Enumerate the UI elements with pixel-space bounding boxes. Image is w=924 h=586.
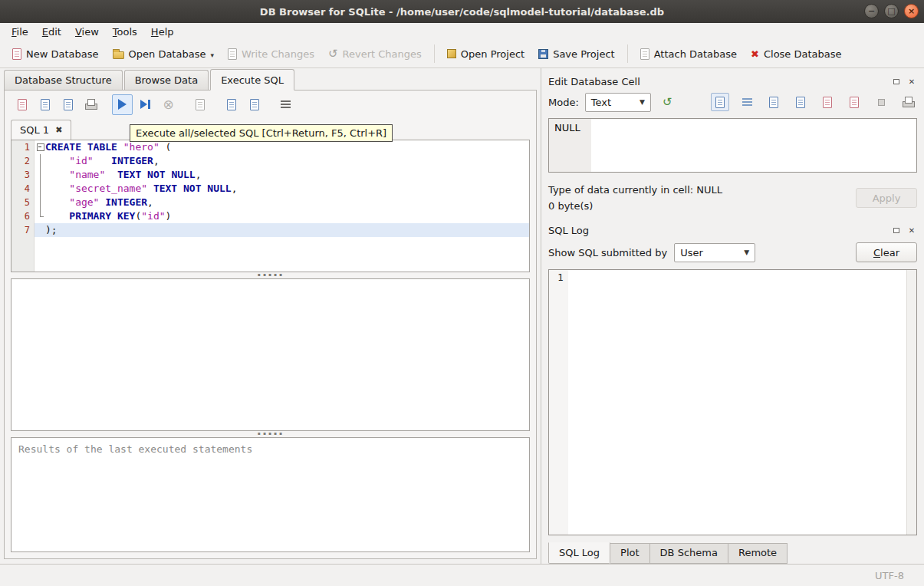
- find-button[interactable]: [221, 94, 242, 115]
- text-mode-button[interactable]: [711, 93, 729, 111]
- save-sql-file-button[interactable]: [35, 94, 55, 115]
- word-wrap-icon: [742, 97, 752, 107]
- right-pane: Edit Database Cell Mode: Text ▼: [541, 68, 924, 564]
- import-cell-button[interactable]: [818, 93, 837, 111]
- open-project-icon: [447, 49, 456, 58]
- line-number: 5: [12, 196, 35, 209]
- open-sql-file-icon: [18, 99, 27, 110]
- code-text: "name" TEXT NOT NULL,: [45, 168, 202, 182]
- cell-size-info: 0 byte(s): [548, 198, 722, 214]
- minimize-button[interactable]: −: [864, 4, 879, 18]
- close-sql-tab-icon[interactable]: ✖: [55, 126, 62, 134]
- line-number: 4: [12, 182, 35, 196]
- code-text: "age" INTEGER,: [45, 196, 153, 209]
- fold-collapse-icon[interactable]: [35, 140, 45, 154]
- code-text: CREATE TABLE "hero" (: [45, 140, 171, 154]
- revert-changes-button[interactable]: Revert Changes: [322, 43, 428, 64]
- print-sql-button[interactable]: [81, 94, 101, 115]
- fold-line-icon: [35, 196, 45, 209]
- open-project-button[interactable]: Open Project: [441, 44, 531, 64]
- execute-all-button[interactable]: [112, 94, 133, 115]
- attach-database-button[interactable]: Attach Database: [634, 44, 743, 64]
- submitted-by-select[interactable]: User ▼: [674, 243, 755, 262]
- sql-editor-tab[interactable]: SQL 1 ✖: [11, 120, 71, 140]
- menu-help[interactable]: Help: [144, 25, 181, 39]
- menu-file[interactable]: File: [5, 25, 35, 39]
- results-message-pane[interactable]: Results of the last executed statements: [11, 437, 530, 552]
- dock-tab-sql-log[interactable]: SQL Log: [548, 542, 610, 564]
- menu-view[interactable]: View: [68, 25, 106, 39]
- menu-tools[interactable]: Tools: [106, 25, 144, 39]
- dock-float-icon[interactable]: [891, 225, 902, 235]
- save-project-icon: [538, 49, 548, 59]
- open-database-dropdown-icon[interactable]: [210, 48, 214, 60]
- dock-tab-db-schema[interactable]: DB Schema: [650, 543, 728, 564]
- chevron-down-icon: ▼: [640, 98, 645, 106]
- encoding-indicator[interactable]: UTF-8: [875, 570, 904, 581]
- stop-execution-button[interactable]: [158, 94, 179, 115]
- tab-browse-data[interactable]: Browse Data: [124, 70, 209, 90]
- set-null-button[interactable]: [872, 93, 890, 111]
- maximize-button[interactable]: □: [884, 4, 899, 18]
- tab-execute-sql[interactable]: Execute SQL: [210, 69, 294, 91]
- new-database-button[interactable]: New Database: [6, 44, 105, 64]
- set-null-icon: [878, 99, 885, 106]
- word-wrap-button[interactable]: [738, 93, 756, 111]
- sql-log-area[interactable]: 1: [548, 269, 917, 535]
- code-line: 1 CREATE TABLE "hero" (: [12, 140, 529, 154]
- apply-button[interactable]: Apply: [856, 188, 917, 208]
- fold-spacer: [35, 223, 45, 237]
- menu-bar: File Edit View Tools Help: [0, 23, 924, 40]
- auto-switch-mode-button[interactable]: [657, 92, 678, 113]
- window-controls: − □ ×: [864, 4, 919, 18]
- cell-editor-area[interactable]: NULL: [548, 118, 917, 173]
- execute-line-button[interactable]: [135, 94, 156, 115]
- close-database-button[interactable]: Close Database: [745, 44, 847, 64]
- splitter-handle[interactable]: [5, 431, 536, 437]
- dock-close-icon[interactable]: [906, 76, 917, 87]
- export-icon: [850, 97, 859, 108]
- title-bar[interactable]: DB Browser for SQLite - /home/user/code/…: [0, 0, 924, 23]
- sql-code-editor[interactable]: 1 CREATE TABLE "hero" ( 2 "id" INTEGER, …: [11, 140, 530, 272]
- execute-sql-toolbar: [5, 91, 536, 118]
- cell-value-text: NULL: [549, 119, 591, 172]
- execute-sql-panel: SQL 1 ✖ 1 CREATE TABLE "hero" ( 2 "id" I…: [4, 90, 537, 559]
- open-sql-file-button[interactable]: [12, 94, 32, 115]
- export-cell-button[interactable]: [845, 93, 863, 111]
- tab-database-structure[interactable]: Database Structure: [4, 70, 123, 90]
- print-cell-button[interactable]: [899, 93, 917, 111]
- paste-cell-button[interactable]: [791, 93, 810, 111]
- find-replace-button[interactable]: [244, 94, 265, 115]
- line-number: 2: [12, 154, 35, 168]
- log-scrollbar[interactable]: [906, 270, 916, 535]
- open-database-button[interactable]: Open Database: [107, 44, 220, 64]
- results-grid[interactable]: [11, 278, 530, 431]
- clear-log-button[interactable]: Clear: [856, 242, 917, 262]
- close-button[interactable]: ×: [904, 4, 919, 18]
- format-sql-button[interactable]: [275, 94, 296, 115]
- copy-cell-button[interactable]: [765, 93, 783, 111]
- save-results-button[interactable]: [189, 94, 210, 115]
- write-changes-button[interactable]: Write Changes: [222, 44, 321, 64]
- save-project-button[interactable]: Save Project: [532, 44, 621, 64]
- mode-select[interactable]: Text ▼: [585, 93, 651, 112]
- chevron-down-icon: ▼: [744, 249, 749, 256]
- splitter-handle[interactable]: [5, 272, 536, 278]
- dock-float-icon[interactable]: [891, 76, 902, 87]
- find-icon: [227, 99, 236, 110]
- dock-tab-plot[interactable]: Plot: [610, 543, 650, 564]
- dock-close-icon[interactable]: [906, 225, 917, 235]
- status-bar: UTF-8: [0, 564, 924, 586]
- line-number: 7: [12, 223, 35, 237]
- code-text: "id" INTEGER,: [45, 154, 159, 168]
- dock-tab-remote[interactable]: Remote: [728, 543, 788, 564]
- menu-edit[interactable]: Edit: [35, 25, 68, 39]
- code-line: 6 PRIMARY KEY("id"): [12, 209, 529, 223]
- code-line: 5 "age" INTEGER,: [12, 196, 529, 209]
- save-sql-as-button[interactable]: [58, 94, 78, 115]
- line-number: 1: [12, 140, 35, 154]
- results-placeholder-text: Results of the last executed statements: [18, 443, 252, 455]
- line-number: 3: [12, 168, 35, 182]
- code-text: "secret_name" TEXT NOT NULL,: [45, 182, 237, 196]
- fold-line-icon: [35, 168, 45, 182]
